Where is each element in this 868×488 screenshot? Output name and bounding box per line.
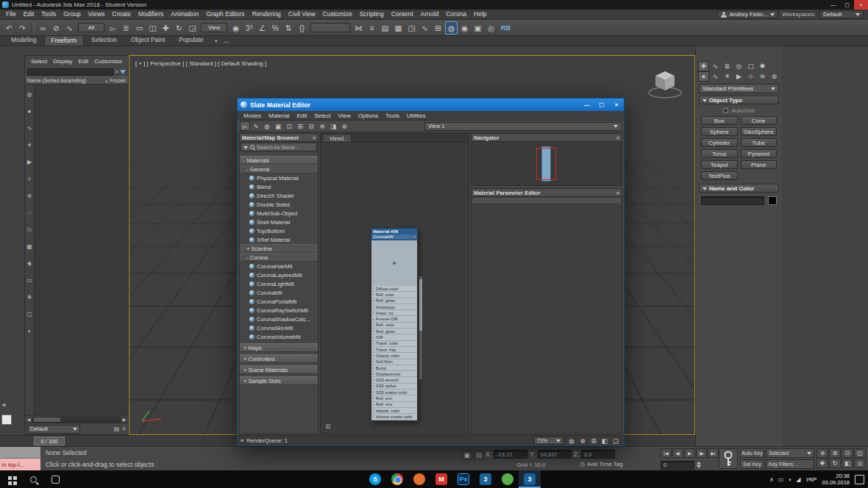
systems-category-icon[interactable]: ⊛ [769, 71, 780, 82]
close-icon[interactable]: × [616, 135, 619, 140]
redo-icon[interactable]: ↷ [16, 21, 29, 35]
motion-tab-icon[interactable]: ◎ [733, 61, 744, 71]
ribbon-tab[interactable]: Populate [172, 35, 210, 46]
maximize-viewport-icon[interactable]: ◧ [842, 459, 853, 468]
browser-row[interactable]: - Materials [240, 156, 318, 165]
menu-item[interactable]: Arnold [417, 10, 443, 19]
input-socket-icon[interactable] [372, 385, 374, 387]
browser-row[interactable]: Multi/Sub-Object [240, 209, 318, 218]
tab-view1[interactable]: View1 [322, 134, 352, 142]
rendered-frame-window-icon[interactable]: ▣ [472, 21, 484, 35]
collapse-arrow-icon[interactable]: ◀ [1, 402, 5, 408]
primitive-button[interactable]: Box [701, 116, 738, 125]
taskbar-app[interactable]: Ps [452, 470, 474, 488]
snap-toggle-icon[interactable]: 3³ [243, 21, 255, 35]
node-slot[interactable]: Anisotropy [371, 304, 417, 310]
input-socket-icon[interactable] [372, 318, 374, 320]
key-filters-button[interactable]: Key Filters... [766, 459, 814, 469]
primitive-button[interactable]: Plane [741, 160, 778, 169]
ribbon-tab[interactable]: Modeling [4, 35, 43, 46]
browser-row[interactable]: CoronaHairMtl [240, 262, 318, 270]
action-center-icon[interactable] [855, 475, 864, 484]
input-socket-icon[interactable] [372, 403, 374, 406]
maximize-view-icon[interactable]: ◲ [611, 436, 621, 445]
schematic-view-icon[interactable]: ⊞ [432, 21, 444, 35]
node-slot[interactable]: Opacity color [371, 353, 417, 359]
slate-menu-item[interactable]: Material [265, 112, 293, 119]
navigator-header[interactable]: Navigator × [472, 134, 622, 142]
browser-row[interactable]: + Controllers [240, 354, 318, 363]
key-selection-dropdown[interactable]: Selected [766, 448, 814, 458]
node-slot[interactable]: Transl. color [371, 341, 417, 347]
percent-snap-icon[interactable]: % [269, 21, 282, 35]
ribbon-tab[interactable]: Freeform [44, 35, 84, 46]
space-warps-category-icon[interactable]: ≋ [757, 71, 768, 82]
explorer-preset-dropdown[interactable]: Default [27, 425, 80, 434]
input-socket-icon[interactable] [372, 354, 374, 356]
select-by-name-icon[interactable]: ≣ [120, 21, 132, 35]
primitive-button[interactable]: Teapot [701, 160, 738, 169]
node-slot[interactable]: Absorb. color [371, 408, 417, 414]
input-socket-icon[interactable] [372, 300, 374, 302]
node-slot[interactable]: Refl. env. [371, 395, 417, 401]
select-and-scale-icon[interactable]: ◲ [186, 21, 199, 35]
menu-item[interactable]: Civil View [285, 10, 319, 19]
signin-user-dropdown[interactable]: Andrey Fedo... [717, 10, 778, 18]
zoom-tool-icon[interactable]: ⊕ [339, 121, 349, 131]
node-slot[interactable]: Refl. gloss [371, 298, 417, 304]
input-socket-icon[interactable] [372, 367, 374, 369]
input-socket-icon[interactable] [372, 348, 374, 351]
primitive-button[interactable]: TextPlus [701, 171, 738, 180]
bind-to-space-warp-icon[interactable]: ∿ [63, 21, 76, 35]
search-button[interactable] [22, 470, 44, 488]
curve-editor-icon[interactable]: ∿ [419, 21, 431, 35]
close-icon[interactable]: × [313, 135, 316, 140]
language-indicator[interactable]: УКР [805, 476, 817, 483]
display-xrefs-icon[interactable]: ◈ [26, 259, 34, 268]
auto-key-button[interactable]: Auto Key [740, 448, 764, 458]
select-by-material-icon[interactable]: ◨ [328, 121, 338, 131]
tray-display-icon[interactable]: ▭ [778, 476, 784, 483]
zoom-view-icon[interactable]: ⊕ [577, 436, 588, 445]
display-everything-icon[interactable]: ◍ [26, 90, 34, 98]
x-coordinate-field[interactable]: -19,72 [494, 450, 527, 459]
browser-row[interactable]: CoronaLightMtl [240, 279, 318, 288]
node-slot[interactable]: IOR [371, 334, 417, 340]
node-slot[interactable]: SSS radius [371, 384, 417, 390]
browser-row[interactable]: CoronaMtl [240, 288, 318, 297]
primitive-button[interactable]: GeoSphere [741, 127, 778, 136]
material-editor-icon[interactable]: ◍ [445, 21, 458, 35]
browser-row[interactable]: - General [240, 165, 318, 173]
parameter-editor-header[interactable]: Material Parameter Editor × [472, 189, 622, 197]
browser-row[interactable]: Shell Material [240, 218, 318, 226]
close-icon[interactable]: × [616, 190, 619, 195]
scene-explorer-menu-item[interactable]: Select [28, 58, 50, 65]
input-socket-icon[interactable] [372, 306, 374, 308]
toggle-scene-explorer-icon[interactable]: ▤ [379, 21, 391, 35]
unlink-selection-icon[interactable]: ⊘ [50, 21, 63, 35]
menu-item[interactable]: Scripting [356, 10, 388, 19]
browser-search[interactable]: Search by Name ... [241, 143, 317, 151]
browser-row[interactable]: + Maps [240, 343, 318, 352]
scroll-left-icon[interactable]: ◀ [25, 417, 32, 422]
zoom-extents-icon[interactable]: ⊡ [842, 448, 853, 458]
zoom-level-dropdown[interactable]: 73% [534, 437, 563, 445]
slate-menu-item[interactable]: Edit [293, 112, 310, 119]
node-slot[interactable]: Refl. color [371, 292, 417, 298]
toggle-ribbon-icon[interactable]: ◳ [405, 21, 418, 35]
selection-lock-toggle-icon[interactable]: ⊡ [474, 451, 484, 460]
primitive-button[interactable]: Tube [741, 138, 778, 147]
floating-panel-icon[interactable] [1, 415, 12, 425]
node-scrollbar-handle[interactable] [419, 279, 422, 331]
align-icon[interactable]: ≡ [366, 21, 378, 35]
clear-search-icon[interactable]: × [115, 68, 118, 75]
tray-volume-icon[interactable]: ◖ [788, 476, 791, 483]
ribbon-tab[interactable]: Object Paint [124, 35, 171, 46]
menu-item[interactable]: Group [60, 10, 85, 19]
pan-icon[interactable]: ✚ [817, 459, 828, 468]
menu-item[interactable]: File [2, 10, 20, 19]
node-slot[interactable]: Transl. frac. [371, 347, 417, 353]
slate-menu-item[interactable]: Utilities [403, 112, 430, 119]
browser-row[interactable]: CoronaRaySwitchMtl [240, 306, 318, 315]
object-color-swatch[interactable] [768, 196, 777, 205]
